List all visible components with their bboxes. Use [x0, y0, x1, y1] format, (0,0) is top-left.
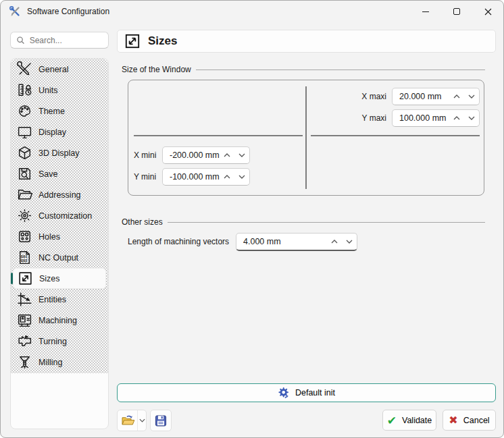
- milling-icon: [16, 354, 33, 371]
- maximize-button[interactable]: [441, 1, 472, 22]
- sidebar-item-addressing[interactable]: Addressing: [13, 184, 106, 205]
- y-mini-input[interactable]: [163, 169, 220, 185]
- sidebar: General Units Theme: [10, 58, 109, 429]
- vector-length-increment-button[interactable]: [327, 234, 342, 250]
- sidebar-item-label: Theme: [39, 107, 65, 116]
- minimize-button[interactable]: [410, 1, 441, 22]
- minimize-icon: [422, 11, 429, 12]
- x-mini-label: X mini: [134, 146, 159, 164]
- page-title: Sizes: [148, 34, 177, 48]
- sidebar-item-general[interactable]: General: [13, 59, 106, 80]
- sidebar-item-display[interactable]: Display: [13, 121, 106, 142]
- holes-icon: [16, 228, 33, 245]
- chevron-down-icon: [468, 116, 475, 120]
- vector-length-label: Length of machining vectors: [128, 233, 229, 250]
- sidebar-item-label: Entities: [39, 295, 66, 304]
- save-floppy-icon: [155, 414, 167, 427]
- sidebar-item-customization[interactable]: Customization: [13, 205, 106, 226]
- sidebar-item-milling[interactable]: Milling: [13, 352, 106, 373]
- addressing-icon: [16, 186, 33, 203]
- open-config-dropdown-button[interactable]: [137, 410, 146, 431]
- y-mini-spinner: [162, 168, 250, 186]
- x-mini-input[interactable]: [163, 147, 220, 163]
- sidebar-item-nc-output[interactable]: G01 G02 NC Output: [13, 247, 106, 268]
- open-config-button[interactable]: [118, 410, 137, 431]
- cancel-button[interactable]: ✖ Cancel: [443, 410, 496, 431]
- gear-refresh-icon: [278, 387, 290, 399]
- sidebar-item-label: 3D Display: [39, 148, 79, 158]
- chevron-up-icon: [453, 94, 460, 99]
- window-title: Software Configuration: [27, 7, 109, 16]
- sidebar-item-save[interactable]: Save: [13, 163, 106, 184]
- x-mini-decrement-button[interactable]: [234, 147, 249, 163]
- page-header: Sizes: [117, 30, 496, 53]
- chevron-down-icon: [238, 153, 245, 157]
- y-mini-increment-button[interactable]: [220, 169, 234, 185]
- sidebar-item-3d-display[interactable]: 3D Display: [13, 142, 106, 163]
- nc-output-icon: G01 G02: [16, 249, 33, 266]
- default-init-button[interactable]: Default init: [117, 383, 496, 402]
- vector-length-spinner: [236, 233, 357, 251]
- x-maxi-decrement-button[interactable]: [464, 88, 479, 105]
- 3d-display-icon: [16, 144, 33, 161]
- machining-icon: [16, 312, 33, 329]
- sidebar-item-label: Display: [39, 128, 66, 137]
- y-mini-label: Y mini: [134, 168, 159, 186]
- folder-open-icon: [121, 414, 134, 427]
- software-configuration-window: Software Configuration General: [0, 0, 504, 438]
- x-maxi-label: X maxi: [338, 88, 386, 105]
- validate-check-icon: ✔: [387, 414, 397, 427]
- save-icon: [16, 165, 33, 182]
- open-config-split-button: [117, 410, 147, 431]
- general-icon: [16, 61, 33, 78]
- x-mini-spinner: [162, 146, 250, 164]
- x-mini-increment-button[interactable]: [220, 147, 234, 163]
- sidebar-item-turning[interactable]: Turning: [13, 331, 106, 352]
- sidebar-item-label: Turning: [39, 337, 67, 346]
- validate-button[interactable]: ✔ Validate: [382, 410, 436, 431]
- entities-icon: [16, 291, 33, 308]
- x-maxi-input[interactable]: [393, 88, 449, 105]
- y-maxi-increment-button[interactable]: [449, 110, 464, 126]
- sidebar-item-machining[interactable]: Machining: [13, 310, 106, 331]
- vector-length-decrement-button[interactable]: [342, 234, 357, 250]
- theme-icon: [16, 103, 33, 119]
- x-maxi-spinner: [392, 88, 480, 105]
- sidebar-item-label: Save: [39, 169, 58, 179]
- sidebar-item-theme[interactable]: Theme: [13, 101, 106, 121]
- sidebar-item-label: General: [39, 65, 68, 74]
- group-label: Size of the Window: [122, 65, 191, 74]
- sidebar-item-sizes[interactable]: Sizes: [13, 268, 106, 289]
- window-controls: [410, 1, 503, 22]
- chevron-up-icon: [453, 116, 460, 120]
- chevron-down-icon: [238, 175, 245, 179]
- sidebar-item-label: NC Output: [39, 253, 78, 263]
- titlebar: Software Configuration: [1, 1, 503, 22]
- search-input[interactable]: [30, 36, 103, 45]
- y-maxi-spinner: [392, 109, 480, 127]
- x-maxi-increment-button[interactable]: [449, 88, 464, 105]
- y-maxi-decrement-button[interactable]: [464, 110, 479, 126]
- chevron-up-icon: [224, 153, 230, 157]
- chevron-up-icon: [331, 240, 338, 244]
- chevron-down-icon: [346, 240, 353, 244]
- nc-output-icon-text: G02: [21, 258, 28, 263]
- group-divider-line: [196, 70, 485, 70]
- cancel-label: Cancel: [463, 416, 490, 425]
- sidebar-item-units[interactable]: Units: [13, 80, 106, 101]
- customization-icon: [16, 207, 33, 224]
- group-divider-line: [168, 222, 485, 223]
- sidebar-item-holes[interactable]: Holes: [13, 226, 106, 247]
- close-icon: [484, 8, 492, 16]
- cancel-x-icon: ✖: [449, 414, 457, 427]
- chevron-down-icon: [468, 94, 475, 99]
- sidebar-item-entities[interactable]: Entities: [13, 289, 106, 310]
- close-button[interactable]: [472, 1, 503, 22]
- vector-length-input[interactable]: [236, 234, 327, 250]
- vertical-axis-line: [305, 86, 307, 189]
- sidebar-item-label: Sizes: [39, 274, 60, 283]
- y-maxi-input[interactable]: [393, 110, 449, 126]
- save-config-button[interactable]: [150, 410, 172, 431]
- y-mini-decrement-button[interactable]: [234, 169, 249, 185]
- horizontal-axis-line-right: [311, 135, 480, 136]
